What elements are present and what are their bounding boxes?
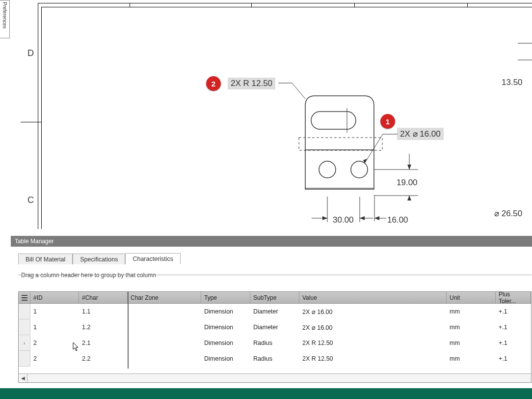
table-row[interactable]: 1 1.1 Dimension Diameter 2X ⌀ 16.00 mm +… xyxy=(19,304,531,319)
group-by-hint[interactable]: Drag a column header here to group by th… xyxy=(21,272,532,279)
frame-line xyxy=(38,3,532,3)
tab-characteristics[interactable]: Characteristics xyxy=(125,253,181,264)
grid-rows: 1 1.1 Dimension Diameter 2X ⌀ 16.00 mm +… xyxy=(19,304,531,367)
cell-char[interactable]: 2.2 xyxy=(79,351,128,367)
header-subtype[interactable]: SubType xyxy=(250,292,299,303)
cell-id[interactable]: 1 xyxy=(30,319,79,335)
table-row[interactable]: 1 1.2 Dimension Diameter 2X ⌀ 16.00 mm +… xyxy=(19,319,531,335)
horizontal-scrollbar[interactable]: ◀ xyxy=(19,373,531,382)
frozen-column-divider xyxy=(128,292,129,369)
frame-line xyxy=(41,7,532,7)
row-handle[interactable] xyxy=(19,319,30,335)
cell-id[interactable]: 2 xyxy=(30,335,79,351)
cell-type[interactable]: Dimension xyxy=(201,304,250,319)
header-type[interactable]: Type xyxy=(201,292,250,303)
frame-tick xyxy=(130,3,130,7)
header-id[interactable]: #ID xyxy=(30,292,79,303)
header-charzone[interactable]: Char Zone xyxy=(128,292,201,303)
svg-rect-0 xyxy=(299,138,382,150)
tab-bill-of-material[interactable]: Bill Of Material xyxy=(18,254,73,264)
svg-point-4 xyxy=(319,161,336,178)
cell-subtype[interactable]: Radius xyxy=(250,351,299,367)
row-handle[interactable] xyxy=(19,304,30,319)
cell-type[interactable]: Dimension xyxy=(201,335,250,351)
table-row[interactable]: › 2 2.1 Dimension Radius 2X R 12.50 mm +… xyxy=(19,335,531,351)
balloon-2[interactable]: 2 xyxy=(206,76,221,91)
dim-30-text: 30.00 xyxy=(333,215,354,225)
cell-unit[interactable]: mm xyxy=(447,304,496,319)
cell-id[interactable]: 1 xyxy=(30,304,79,319)
frame-line xyxy=(38,3,38,229)
tabs: Bill Of Material Specifications Characte… xyxy=(18,252,532,264)
drawing-viewport[interactable]: D C 2 2X R 12.50 1 2X ⌀ 16.00 xyxy=(11,0,532,235)
cell-plus[interactable]: +.1 xyxy=(496,335,531,351)
cell-zone[interactable] xyxy=(128,351,201,367)
cell-value[interactable]: 2X ⌀ 16.00 xyxy=(299,319,447,335)
zone-label-D: D xyxy=(27,48,34,58)
dim-leader-a xyxy=(518,39,532,64)
dim-1350-text: 13.50 xyxy=(502,78,523,87)
callout-2-text: 2X R 12.50 xyxy=(231,79,272,88)
header-char[interactable]: #Char xyxy=(79,292,128,303)
cell-value[interactable]: 2X R 12.50 xyxy=(299,351,447,367)
frame-tick xyxy=(354,3,355,7)
zone-label-C: C xyxy=(27,195,34,205)
cell-subtype[interactable]: Diameter xyxy=(250,319,299,335)
cell-plus[interactable]: +.1 xyxy=(496,319,531,335)
scroll-left-icon[interactable]: ◀ xyxy=(19,374,27,383)
cell-type[interactable]: Dimension xyxy=(201,351,250,367)
cell-type[interactable]: Dimension xyxy=(201,319,250,335)
balloon-2-number: 2 xyxy=(212,80,215,88)
cell-value[interactable]: 2X ⌀ 16.00 xyxy=(299,304,447,319)
cell-unit[interactable]: mm xyxy=(447,351,496,367)
status-bar xyxy=(0,388,532,399)
dim-16-text: 16.00 xyxy=(387,215,408,225)
header-unit[interactable]: Unit xyxy=(447,292,496,303)
row-handle-current[interactable]: › xyxy=(19,335,30,351)
svg-point-5 xyxy=(351,161,368,178)
row-handle[interactable] xyxy=(19,351,30,367)
cell-char[interactable]: 1.1 xyxy=(79,304,128,319)
header-value[interactable]: Value xyxy=(299,292,447,303)
cell-zone[interactable] xyxy=(128,304,201,319)
grid-header: #ID #Char Char Zone Type SubType Value U… xyxy=(19,292,531,304)
cell-char[interactable]: 1.2 xyxy=(79,319,128,335)
callout-1-text: 2X ⌀ 16.00 xyxy=(400,129,441,139)
characteristics-grid[interactable]: #ID #Char Char Zone Type SubType Value U… xyxy=(18,291,532,383)
column-menu-icon[interactable] xyxy=(19,292,30,303)
preferences-tab[interactable]: Preferences xyxy=(0,0,10,38)
cell-plus[interactable]: +.1 xyxy=(496,304,531,319)
cell-char[interactable]: 2.1 xyxy=(79,335,128,351)
cell-plus[interactable]: +.1 xyxy=(496,351,531,367)
frame-line xyxy=(41,7,42,229)
cell-subtype[interactable]: Diameter xyxy=(250,304,299,319)
frame-tick xyxy=(21,122,41,122)
dim-19-text: 19.00 xyxy=(397,178,418,188)
table-manager-title: Table Manager xyxy=(11,236,532,247)
cell-id[interactable]: 2 xyxy=(30,351,79,367)
cell-zone[interactable] xyxy=(128,335,201,351)
cell-subtype[interactable]: Radius xyxy=(250,335,299,351)
frame-tick xyxy=(467,3,468,7)
cell-unit[interactable]: mm xyxy=(447,335,496,351)
svg-rect-1 xyxy=(305,150,374,189)
table-row[interactable]: 2 2.2 Dimension Radius 2X R 12.50 mm +.1 xyxy=(19,351,531,367)
preferences-label: Preferences xyxy=(2,2,7,28)
tab-specifications[interactable]: Specifications xyxy=(73,254,125,264)
cell-unit[interactable]: mm xyxy=(447,319,496,335)
cell-zone[interactable] xyxy=(128,319,201,335)
table-manager-panel: Table Manager Bill Of Material Specifica… xyxy=(11,236,532,388)
dim-19 xyxy=(374,151,423,200)
dim-265-text: ⌀ 26.50 xyxy=(494,208,522,219)
frame-tick xyxy=(251,3,252,7)
header-plustol[interactable]: Plus Toler... xyxy=(496,292,531,303)
cell-value[interactable]: 2X R 12.50 xyxy=(299,335,447,351)
callout-2[interactable]: 2X R 12.50 xyxy=(228,78,275,89)
tabstrip-border xyxy=(18,275,532,275)
callout-1[interactable]: 2X ⌀ 16.00 xyxy=(397,128,444,140)
